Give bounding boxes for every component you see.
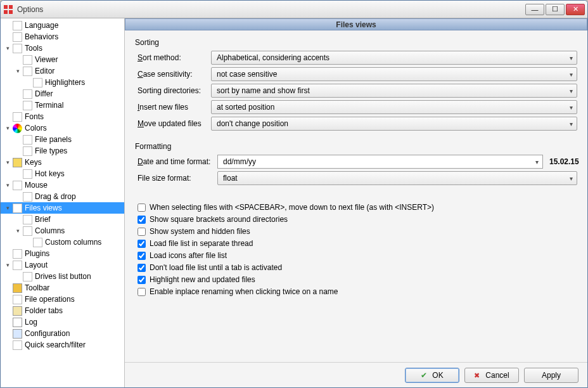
- tree-item-label: Language: [25, 21, 124, 30]
- tree-item-highlighters[interactable]: Highlighters: [1, 77, 124, 88]
- file-size-format-combo[interactable]: float: [217, 171, 577, 185]
- svg-rect-0: [4, 5, 8, 9]
- tree-item-hot-keys[interactable]: Hot keys: [1, 168, 124, 179]
- checkbox-1[interactable]: [137, 216, 146, 224]
- tree-item-label: Editor: [35, 67, 124, 75]
- checkbox-label: Don't load file list until a tab is acti…: [150, 263, 282, 272]
- tree-item-plugins[interactable]: Plugins: [1, 248, 124, 259]
- tree-item-label: Toolbar: [25, 283, 124, 292]
- tree-item-brief[interactable]: Brief: [1, 214, 124, 225]
- tree-item-folder-tabs[interactable]: Folder tabs: [1, 305, 124, 316]
- tree-item-drives-list-button[interactable]: Drives list button: [1, 271, 124, 282]
- page-icon: [13, 204, 22, 213]
- expander-icon: [4, 113, 11, 120]
- expander-icon: [15, 148, 22, 155]
- tree-item-mouse[interactable]: ▾Mouse: [1, 179, 124, 191]
- page-icon: [13, 261, 22, 270]
- tree-item-toolbar[interactable]: Toolbar: [1, 282, 124, 294]
- expander-icon[interactable]: ▾: [4, 45, 11, 52]
- insert-new-files-combo[interactable]: at sorted position: [211, 100, 577, 114]
- checkbox-6[interactable]: [137, 276, 146, 284]
- key-icon: [13, 158, 22, 167]
- date-format-input[interactable]: dd/mm/yy: [217, 155, 543, 169]
- page-icon: [23, 226, 32, 236]
- close-button[interactable]: ✕: [566, 4, 585, 15]
- sorting-directories-combo[interactable]: sort by name and show first: [211, 84, 577, 98]
- expander-icon[interactable]: ▾: [4, 182, 11, 189]
- ok-icon: [421, 371, 429, 379]
- minimize-button[interactable]: —: [525, 4, 544, 15]
- tree-item-label: Keys: [25, 158, 124, 167]
- move-updated-files-combo[interactable]: don't change position: [211, 117, 577, 131]
- expander-icon[interactable]: ▾: [4, 205, 11, 212]
- checkbox-label: Highlight new and updated files: [150, 275, 255, 284]
- expander-icon: [25, 79, 32, 86]
- page-icon: [33, 238, 42, 247]
- case-sensitivity-combo[interactable]: not case sensitive: [211, 67, 577, 81]
- check-row: Show system and hidden files: [135, 227, 577, 236]
- folder-icon: [13, 306, 22, 316]
- check-row: Highlight new and updated files: [135, 275, 577, 284]
- tree-item-viewer[interactable]: Viewer: [1, 54, 124, 65]
- page-icon: [33, 78, 42, 87]
- expander-icon: [4, 250, 11, 257]
- nav-tree[interactable]: LanguageBehaviors▾ToolsViewer▾EditorHigh…: [1, 18, 125, 387]
- sort-method-combo[interactable]: Alphabetical, considering accents: [211, 51, 577, 65]
- expander-icon: [4, 330, 11, 337]
- expander-icon[interactable]: ▾: [4, 262, 11, 269]
- date-format-label: Date and time format:: [135, 157, 217, 166]
- tree-item-language[interactable]: Language: [1, 20, 124, 31]
- svg-rect-1: [9, 5, 13, 9]
- expander-icon[interactable]: ▾: [15, 228, 22, 235]
- tree-item-label: File operations: [25, 295, 124, 304]
- expander-icon[interactable]: ▾: [4, 125, 11, 132]
- tree-item-layout[interactable]: ▾Layout: [1, 259, 124, 271]
- tree-item-drag-drop[interactable]: Drag & drop: [1, 191, 124, 202]
- tree-item-custom-columns[interactable]: Custom columns: [1, 236, 124, 248]
- checkbox-5[interactable]: [137, 264, 146, 272]
- tree-item-file-panels[interactable]: File panels: [1, 134, 124, 145]
- tree-item-label: Layout: [25, 261, 124, 269]
- config-icon: [13, 329, 22, 339]
- expander-icon[interactable]: ▾: [4, 159, 11, 166]
- tree-item-fonts[interactable]: Fonts: [1, 111, 124, 122]
- maximize-button[interactable]: ☐: [546, 4, 565, 15]
- tree-item-differ[interactable]: Differ: [1, 88, 124, 100]
- tree-item-colors[interactable]: ▾Colors: [1, 122, 124, 134]
- checkbox-7[interactable]: [137, 288, 146, 296]
- tree-item-label: Drag & drop: [35, 192, 124, 201]
- tree-item-label: Plugins: [25, 249, 124, 258]
- page-icon: [13, 295, 22, 304]
- checkbox-0[interactable]: [137, 204, 146, 212]
- checkbox-2[interactable]: [137, 228, 146, 236]
- tree-item-files-views[interactable]: ▾Files views: [1, 202, 124, 214]
- tree-item-configuration[interactable]: Configuration: [1, 328, 124, 339]
- tree-item-file-operations[interactable]: File operations: [1, 294, 124, 305]
- tree-item-label: Tools: [25, 44, 124, 53]
- page-icon: [13, 181, 22, 190]
- tree-item-tools[interactable]: ▾Tools: [1, 42, 124, 54]
- checkbox-3[interactable]: [137, 240, 146, 248]
- tree-item-file-types[interactable]: File types: [1, 145, 124, 157]
- colorball-icon: [13, 124, 22, 133]
- expander-icon: [15, 136, 22, 143]
- expander-icon: [15, 193, 22, 200]
- apply-button[interactable]: Apply: [524, 368, 578, 383]
- tree-item-behaviors[interactable]: Behaviors: [1, 31, 124, 42]
- tree-item-log[interactable]: Log: [1, 316, 124, 328]
- expander-icon[interactable]: ▾: [15, 68, 22, 75]
- checkbox-label: When selecting files with <SPACEBAR>, mo…: [150, 203, 434, 212]
- tree-item-terminal[interactable]: Terminal: [1, 100, 124, 111]
- ok-button[interactable]: OK: [405, 368, 459, 383]
- tree-item-label: File types: [35, 146, 124, 155]
- expander-icon: [4, 296, 11, 303]
- tree-item-editor[interactable]: ▾Editor: [1, 65, 124, 77]
- page-icon: [13, 21, 22, 30]
- cancel-button[interactable]: Cancel: [464, 368, 519, 383]
- expander-icon: [4, 285, 11, 292]
- tree-item-quick-search-filter[interactable]: Quick search/filter: [1, 339, 124, 351]
- tree-item-keys[interactable]: ▾Keys: [1, 157, 124, 168]
- tree-item-columns[interactable]: ▾Columns: [1, 225, 124, 236]
- page-icon: [13, 249, 22, 259]
- checkbox-4[interactable]: [137, 252, 146, 260]
